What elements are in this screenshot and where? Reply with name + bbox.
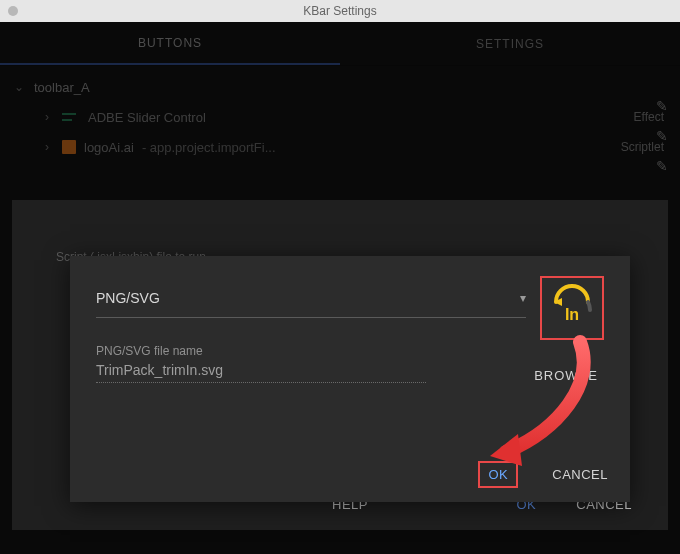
file-name-input[interactable]: TrimPack_trimIn.svg bbox=[96, 362, 426, 383]
toolbar-tree: ⌄ toolbar_A › ADBE Slider Control Effect… bbox=[0, 66, 680, 168]
svg-text:In: In bbox=[565, 306, 579, 323]
toolbar-group-row[interactable]: ⌄ toolbar_A bbox=[12, 72, 668, 102]
dialog-footer: OK CANCEL bbox=[478, 461, 608, 488]
app-root: BUTTONS SETTINGS ⌄ toolbar_A › ADBE Slid… bbox=[0, 22, 680, 554]
tab-bar: BUTTONS SETTINGS bbox=[0, 22, 680, 66]
trim-in-icon: In bbox=[548, 284, 596, 332]
icon-type-select-value: PNG/SVG bbox=[96, 290, 520, 306]
toolbar-item-row[interactable]: › logoAi.ai - app.project.importFi... Sc… bbox=[12, 132, 668, 162]
icon-picker-dialog: PNG/SVG ▾ In PNG/SVG file name TrimPack_… bbox=[70, 256, 630, 502]
tab-buttons-label: BUTTONS bbox=[138, 36, 202, 50]
toolbar-item-label: logoAi.ai bbox=[84, 140, 134, 155]
file-name-label: PNG/SVG file name bbox=[96, 344, 604, 358]
chevron-right-icon: › bbox=[40, 110, 54, 124]
browse-button[interactable]: BROWSE bbox=[534, 368, 598, 383]
toolbar-group-name: toolbar_A bbox=[34, 80, 90, 95]
file-name-row: TrimPack_trimIn.svg BROWSE bbox=[96, 362, 604, 383]
chevron-right-icon: › bbox=[40, 140, 54, 154]
tab-settings-label: SETTINGS bbox=[476, 37, 544, 51]
dialog-ok-button[interactable]: OK bbox=[478, 461, 518, 488]
ai-file-icon bbox=[62, 140, 76, 154]
chevron-down-icon: ⌄ bbox=[12, 80, 26, 94]
window-title: KBar Settings bbox=[0, 4, 680, 18]
toolbar-item-secondary: - app.project.importFi... bbox=[142, 140, 276, 155]
pencil-icon[interactable]: ✎ bbox=[650, 94, 674, 118]
window-titlebar: KBar Settings bbox=[0, 0, 680, 22]
dialog-cancel-button[interactable]: CANCEL bbox=[552, 467, 608, 482]
tab-buttons[interactable]: BUTTONS bbox=[0, 22, 340, 65]
tab-settings[interactable]: SETTINGS bbox=[340, 22, 680, 65]
pencil-icon[interactable]: ✎ bbox=[650, 154, 674, 178]
toolbar-item-row[interactable]: › ADBE Slider Control Effect bbox=[12, 102, 668, 132]
pencil-icon[interactable]: ✎ bbox=[650, 124, 674, 148]
toolbar-item-label: ADBE Slider Control bbox=[88, 110, 206, 125]
icon-preview: In bbox=[540, 276, 604, 340]
icon-type-select[interactable]: PNG/SVG ▾ bbox=[96, 278, 526, 318]
slider-icon bbox=[62, 110, 80, 124]
chevron-down-icon: ▾ bbox=[520, 291, 526, 305]
